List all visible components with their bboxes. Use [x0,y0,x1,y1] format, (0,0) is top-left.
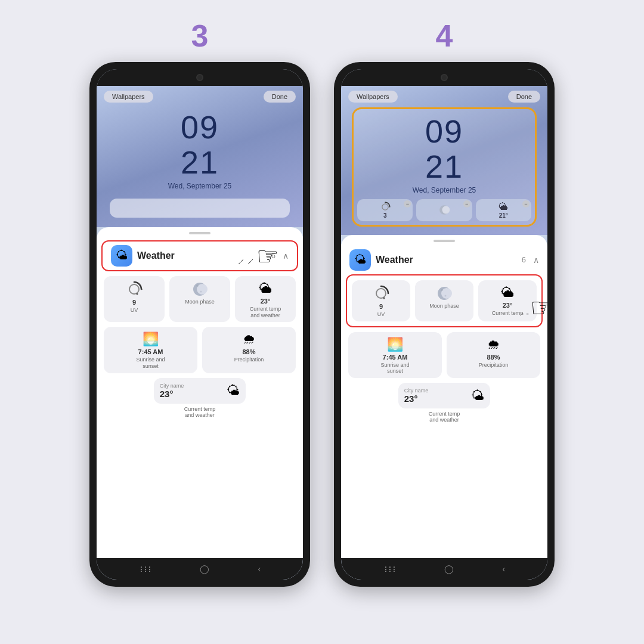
uv-val-3: 9 [132,299,136,306]
moon-icon-3 [191,281,208,298]
widget-row3-4: City name 23° 🌤 Current tempand weather [341,383,547,428]
mini-temp-val-4: 21° [499,212,508,219]
widget-row1-4: 9 UV [347,275,541,326]
uv-icon-4 [373,285,389,302]
sunrise-widget-4[interactable]: 🌅 7:45 AM Sunrise andsunset [348,332,442,379]
mini-uv-widget-4: − 3 [357,199,413,221]
widget-row2-3: 🌅 7:45 AM Sunrise andsunset 🌧 88% Precip… [97,327,303,378]
chevron-icon-3: ∧ [283,251,289,261]
current-temp-widget-3[interactable]: 🌥 23° Current tempand weather [235,276,296,323]
weather-header-4: 🌤 Weather 6 ∧ [341,246,547,274]
step-3-column: 3 Wallpapers Done 09 21 Wed, Septemb [89,18,310,587]
bottom-nav-3: ⫶⫶⫶ ◯ ‹ [97,558,303,580]
minus-btn-temp[interactable]: − [522,200,530,208]
svg-point-0 [129,284,139,294]
city-widget-3[interactable]: City name 23° 🌤 [154,378,246,404]
phone-4-screen: Wallpapers Done 09 21 Wed, September 25 [341,69,547,580]
weather-sun-icon-4: 🌤 [354,253,366,267]
nav-back-4[interactable]: ‹ [503,564,506,574]
moon-icon-4 [436,285,453,302]
svg-point-9 [382,204,388,210]
uv-widget-4[interactable]: 9 UV [352,280,410,321]
sunrise-icon-4: 🌅 [387,337,403,352]
city-cloud-icon-3: 🌤 [227,383,240,398]
widget-row1-highlight-4: 9 UV [346,274,543,327]
sunrise-widget-3[interactable]: 🌅 7:45 AM Sunrise andsunset [104,327,197,373]
topbar-3: Wallpapers Done [104,91,296,103]
precipitation-val-3: 88% [242,348,255,355]
sunrise-val-4: 7:45 AM [383,354,408,361]
topbar-4: Wallpapers Done [348,91,540,103]
uv-icon-3 [126,281,143,298]
moon-label-3: Moon phase [185,299,215,305]
city-widget-label-3: Current tempand weather [154,406,246,418]
widget-row3-3: City name 23° 🌤 Current tempand weather [97,378,303,423]
weather-count-3: 6 [271,251,275,260]
mini-moon-widget-4: − [416,199,472,221]
phone-3-screen: Wallpapers Done 09 21 Wed, September 25 [97,69,303,580]
clock-date-4: Wed, September 25 [357,186,531,194]
wallpapers-btn-4[interactable]: Wallpapers [348,91,398,103]
precipitation-widget-4[interactable]: 🌧 88% Precipitation [447,332,540,379]
rain-icon-4: 🌧 [487,337,500,352]
nav-menu-3[interactable]: ⫶⫶⫶ [139,564,151,574]
uv-widget-3[interactable]: 9 UV [104,276,165,323]
svg-point-16 [441,289,443,291]
nav-home-4[interactable]: ◯ [444,564,454,574]
svg-point-11 [442,206,450,214]
wallpapers-btn-3[interactable]: Wallpapers [104,91,153,103]
widget-row1-3: 9 UV Moon phase [97,271,303,327]
mini-widgets-row-4: − 3 − [357,199,531,221]
nav-menu-4[interactable]: ⫶⫶⫶ [383,564,396,574]
sunrise-label-4: Sunrise andsunset [380,362,409,375]
bottom-sheet-3: 🌤 Weather 6 ∧ ⟋⟋☞ [97,227,303,558]
minus-btn-moon[interactable]: − [463,200,470,208]
weather-header-highlight-3: 🌤 Weather 6 ∧ ⟋⟋☞ [101,240,298,271]
uv-val-4: 9 [379,303,383,310]
svg-point-7 [196,284,199,287]
current-temp-label-3: Current tempand weather [250,306,281,319]
wallpaper-area-4: Wallpapers Done 09 21 Wed, September 25 [341,86,547,235]
current-temp-widget-4[interactable]: 🌥 23° Current temp [478,280,537,321]
moon-widget-4[interactable]: Moon phase [415,280,473,321]
phone-4-notch [341,69,547,86]
wallpaper-area-3: Wallpapers Done 09 21 Wed, September 25 [97,86,303,227]
current-temp-val-4: 23° [503,302,513,309]
weather-sun-icon: 🌤 [116,249,128,262]
svg-point-4 [137,293,138,295]
city-widget-4[interactable]: City name 23° 🌤 [398,383,491,408]
nav-back-3[interactable]: ‹ [258,564,261,574]
mini-temp-widget-4: − 🌥 21° [476,199,531,221]
cloud-icon-4: 🌥 [501,285,514,301]
clock-min-4: 21 [357,149,531,184]
minus-btn-uv[interactable]: − [404,200,411,208]
sheet-handle-4 [434,240,455,242]
moon-widget-3[interactable]: Moon phase [169,276,230,323]
step-4-column: 4 Wallpapers Done 09 [334,18,555,587]
city-widget-wrapper-3: City name 23° 🌤 Current tempand weather [154,378,246,418]
city-temp-4: 23° [404,394,429,404]
clock-hour-3: 09 [104,110,296,145]
precipitation-label-3: Precipitation [234,357,264,363]
precipitation-label-4: Precipitation [479,362,509,369]
city-cloud-icon-4: 🌤 [471,388,484,404]
sunrise-icon-3: 🌅 [143,332,159,347]
search-bar-3 [110,199,290,218]
done-btn-3[interactable]: Done [264,91,296,103]
mini-uv-val-4: 3 [383,212,387,219]
done-btn-4[interactable]: Done [508,91,540,103]
clock-min-3: 21 [104,145,296,180]
mini-cloud-icon-4: 🌥 [499,202,508,212]
precipitation-val-4: 88% [487,354,500,361]
sheet-handle-3 [189,232,210,234]
nav-home-3[interactable]: ◯ [200,564,209,574]
phone-3-notch [97,69,303,86]
widget-row1-wrapper-4: 9 UV [341,274,547,327]
city-info-3: City name 23° [160,383,184,399]
moon-label-4: Moon phase [429,303,459,309]
camera-dot [196,74,203,81]
svg-line-2 [139,284,140,285]
current-temp-label-4: Current temp [492,310,524,317]
city-name-3: City name [160,383,184,389]
precipitation-widget-3[interactable]: 🌧 88% Precipitation [202,327,296,373]
